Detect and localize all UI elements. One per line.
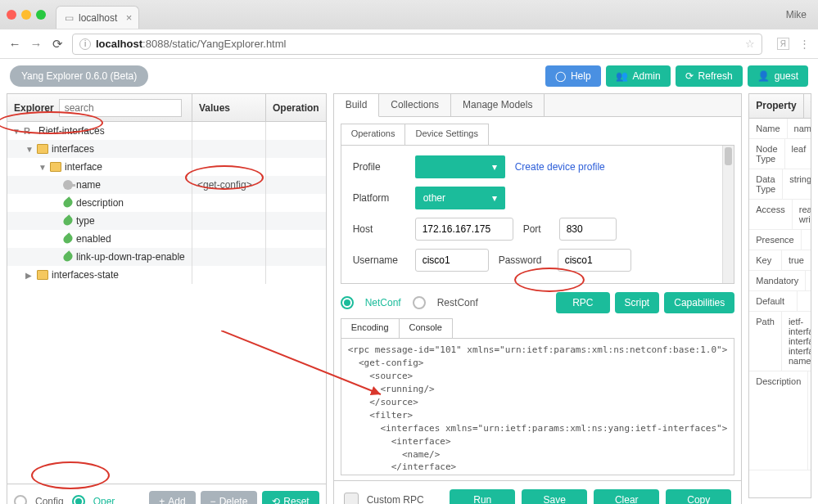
property-value (802, 230, 811, 250)
tree-row[interactable]: description (7, 194, 326, 212)
platform-label: Platform (353, 192, 405, 204)
config-label: Config (35, 496, 64, 504)
bookmark-icon[interactable]: ☆ (745, 38, 755, 50)
tree-node-value[interactable] (192, 248, 266, 266)
main-tabs: Build Collections Manage Models (334, 94, 742, 117)
guest-button[interactable]: 👤guest (748, 65, 808, 87)
restconf-label: RestConf (437, 297, 478, 308)
rpc-textarea[interactable]: <rpc message-id="101" xmlns="urn:ietf:pa… (341, 338, 735, 475)
tree-row[interactable]: ▶interfaces-state (7, 266, 326, 284)
netconf-radio[interactable] (341, 296, 354, 309)
tree-node-value[interactable] (192, 140, 266, 158)
rpc-button[interactable]: RPC (556, 292, 609, 313)
tab-manage-models[interactable]: Manage Models (451, 94, 545, 116)
tree-row[interactable]: ▼interface (7, 158, 326, 176)
tab-collections[interactable]: Collections (379, 94, 451, 116)
form-scrollbar[interactable] (722, 146, 734, 283)
mod-icon: R (24, 126, 35, 136)
tab-title: localhost (79, 12, 117, 24)
clear-button[interactable]: Clear (594, 489, 659, 504)
minimize-window-icon[interactable] (21, 10, 31, 20)
property-value: name (788, 119, 811, 138)
close-window-icon[interactable] (7, 10, 16, 20)
property-row: Presence (749, 230, 811, 250)
delete-button[interactable]: −Delete (201, 491, 258, 504)
admin-button[interactable]: 👥Admin (606, 65, 671, 87)
encoding-tabs: Encoding Console (341, 318, 453, 338)
tree-node-value[interactable] (192, 266, 266, 284)
copy-button[interactable]: Copy (666, 489, 731, 504)
tree-node-label: description (76, 197, 124, 209)
tree-node-label: interfaces (52, 143, 94, 155)
create-profile-link[interactable]: Create device profile (515, 161, 605, 173)
config-radio[interactable] (14, 495, 27, 504)
capabilities-button[interactable]: Capabilities (664, 292, 734, 313)
username-label: Username (353, 254, 405, 266)
password-input[interactable] (558, 249, 631, 272)
profile-name[interactable]: Mike (786, 9, 807, 20)
tree-row[interactable]: enabled (7, 230, 326, 248)
tree-row[interactable]: ▼interfaces (7, 140, 326, 158)
host-input[interactable] (415, 218, 513, 241)
add-button[interactable]: +Add (149, 491, 195, 504)
property-name: Key (749, 250, 782, 270)
reload-icon[interactable]: ⟳ (51, 37, 64, 52)
tree-node-value[interactable]: <get-config> (192, 176, 266, 194)
minus-icon: − (210, 496, 216, 504)
save-button[interactable]: Save (522, 489, 587, 504)
site-info-icon[interactable]: i (79, 38, 91, 50)
tree-row[interactable]: name<get-config> (7, 176, 326, 194)
profile-select[interactable]: ▾ (415, 155, 505, 178)
tree-row[interactable]: type (7, 212, 326, 230)
browser-toolbar: ← → ⟳ i localhost:8088/static/YangExplor… (0, 29, 818, 59)
tree-node-value[interactable] (192, 212, 266, 230)
explorer-header: Explorer (7, 94, 192, 122)
port-input[interactable] (559, 218, 617, 241)
restconf-radio[interactable] (413, 296, 426, 309)
reset-button[interactable]: ⟲Reset (262, 491, 319, 504)
tree-node-value[interactable] (192, 158, 266, 176)
help-button[interactable]: ◯Help (545, 65, 601, 87)
property-row: Default (749, 291, 811, 312)
tree-node-value[interactable] (192, 122, 266, 140)
search-input[interactable] (59, 99, 182, 117)
custom-rpc-checkbox[interactable] (344, 493, 359, 504)
leaf-icon (61, 196, 75, 209)
expand-icon[interactable]: ▼ (25, 145, 34, 154)
back-icon[interactable]: ← (8, 37, 21, 51)
model-tree[interactable]: ▼RRietf-interfaces▼interfaces▼interfacen… (7, 122, 326, 484)
tree-node-value[interactable] (192, 194, 266, 212)
value-col-header: Value (804, 94, 811, 118)
expand-icon[interactable]: ▼ (38, 163, 47, 172)
fold-icon (37, 144, 48, 154)
translate-icon[interactable]: Я (777, 38, 789, 50)
custom-rpc-label: Custom RPC (367, 494, 424, 504)
tree-row[interactable]: link-up-down-trap-enable (7, 248, 326, 266)
tab-build[interactable]: Build (334, 94, 380, 117)
browser-tab[interactable]: ▭ localhost × (56, 6, 139, 29)
script-button[interactable]: Script (615, 292, 660, 313)
tree-node-label: type (76, 215, 95, 227)
address-bar[interactable]: i localhost:8088/static/YangExplorer.htm… (72, 34, 762, 55)
explorer-panel: Explorer Values Operation ▼RRietf-interf… (7, 93, 327, 504)
menu-icon[interactable]: ⋮ (799, 38, 810, 50)
property-name: Access (749, 200, 792, 229)
expand-icon[interactable]: ▶ (25, 271, 34, 280)
close-tab-icon[interactable]: × (126, 11, 133, 24)
oper-radio[interactable] (72, 495, 85, 504)
username-input[interactable] (415, 249, 489, 272)
refresh-button[interactable]: ⟳Refresh (676, 65, 743, 87)
run-button[interactable]: Run (450, 489, 515, 504)
expand-icon[interactable]: ▼ (12, 127, 20, 136)
platform-select[interactable]: other▾ (415, 187, 505, 209)
maximize-window-icon[interactable] (36, 10, 46, 20)
property-name: Default (749, 291, 798, 311)
users-icon: 👥 (616, 70, 628, 82)
tab-console[interactable]: Console (400, 319, 452, 338)
subtab-device-settings[interactable]: Device Settings (405, 124, 487, 145)
tree-node-value[interactable] (192, 230, 266, 248)
tab-encoding[interactable]: Encoding (341, 319, 400, 338)
tree-row[interactable]: ▼RRietf-interfaces (7, 122, 326, 140)
subtab-operations[interactable]: Operations (341, 124, 406, 145)
browser-tab-strip: ▭ localhost × Mike (0, 0, 818, 29)
